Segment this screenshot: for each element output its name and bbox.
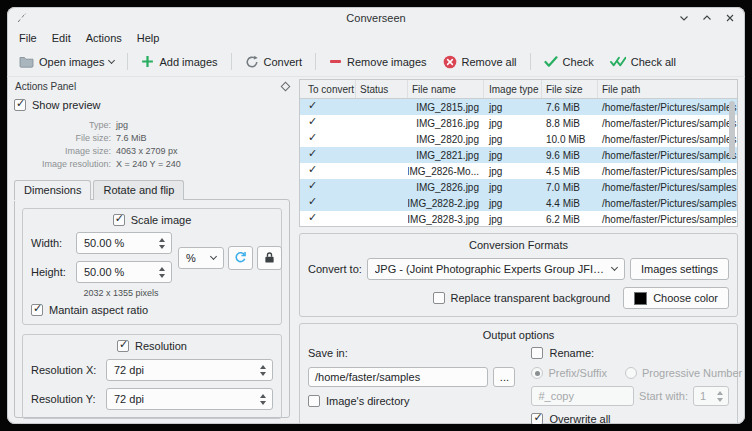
add-images-button[interactable]: Add images [134,52,224,71]
spin-down-icon[interactable] [159,274,165,278]
resolution-x-spinbox[interactable]: 72 dpi [106,359,273,381]
spin-down-icon[interactable] [717,398,723,402]
open-images-button[interactable]: Open images [12,52,121,71]
column-file-size[interactable]: File size [542,80,598,98]
row-image-type-cell: jpg [484,182,542,193]
check-icon[interactable] [308,198,319,209]
format-combobox[interactable]: JPG - (Joint Photographic Experts Group … [367,258,625,280]
column-file-path[interactable]: File path [598,80,737,98]
minimize-button[interactable] [678,12,690,24]
spin-up-icon[interactable] [260,365,266,369]
browse-button[interactable]: ... [493,367,515,387]
rename-checkbox[interactable]: Rename: [531,347,729,359]
replace-transparent-checkbox[interactable]: Replace transparent background [433,292,611,304]
maintain-aspect-ratio-checkbox[interactable]: Mantain aspect ratio [31,304,273,316]
row-file-path-cell: /home/faster/Pictures/samples [598,102,737,113]
start-with-spinbox[interactable]: 1 [693,386,729,406]
progressive-number-radio[interactable]: Progressive Number [625,367,742,379]
show-preview-checkbox[interactable]: Show preview [14,99,290,111]
row-to-convert-cell[interactable] [300,134,356,145]
check-icon[interactable] [308,182,319,193]
column-to-convert[interactable]: To convert [300,80,356,98]
row-to-convert-cell[interactable] [300,118,356,129]
spinner-arrows[interactable] [256,392,269,406]
remove-images-button[interactable]: Remove images [322,52,433,71]
spin-down-icon[interactable] [159,245,165,249]
check-icon[interactable] [308,134,319,145]
spin-up-icon[interactable] [159,238,165,242]
scrollbar-thumb[interactable] [729,101,735,158]
row-file-path-cell: /home/faster/Pictures/samples [598,166,737,177]
dock-float-button[interactable] [281,81,291,91]
checkbox-checked-icon [113,214,125,226]
titlebar[interactable]: Converseen [7,7,745,28]
row-to-convert-cell[interactable] [300,198,356,209]
images-settings-button[interactable]: Images settings [630,258,729,280]
spin-up-icon[interactable] [717,391,723,395]
unit-combobox[interactable]: % [178,247,224,269]
spinner-arrows[interactable] [155,265,168,279]
resolution-y-spinbox[interactable]: 72 dpi [106,388,273,410]
scale-image-checkbox[interactable]: Scale image [113,214,192,226]
choose-color-label: Choose color [653,292,718,304]
checkbox-unchecked-icon [531,347,543,359]
remove-all-button[interactable]: Remove all [436,52,524,72]
table-row[interactable]: IMG_2815.jpgjpg7.6 MiB/home/faster/Pictu… [300,99,737,115]
info-image-size-value: 4063 x 2709 px [116,146,290,156]
table-row[interactable]: IMG_2816.jpgjpg8.8 MiB/home/faster/Pictu… [300,115,737,131]
row-to-convert-cell[interactable] [300,150,356,161]
check-icon[interactable] [308,150,319,161]
table-row[interactable]: IMG_2820.jpgjpg10.0 MiB/home/faster/Pict… [300,131,737,147]
table-row[interactable]: IMG_2828-2.jpgjpg4.4 MiB/home/faster/Pic… [300,195,737,211]
chevron-down-icon [611,264,618,271]
check-icon[interactable] [308,118,319,129]
spinner-arrows[interactable] [256,363,269,377]
images-directory-checkbox[interactable]: Image's directory [308,395,515,407]
menu-help[interactable]: Help [130,31,167,45]
check-all-button[interactable]: Check all [603,53,683,71]
table-row[interactable]: IMG_2826-Mo...jpg4.5 MiB/home/faster/Pic… [300,163,737,179]
table-row[interactable]: IMG_2828-3.jpgjpg6.2 MiB/home/faster/Pic… [300,211,737,227]
column-status[interactable]: Status [356,80,408,98]
menu-file[interactable]: File [12,31,44,45]
width-spinbox[interactable]: 50.00 % [76,232,172,254]
info-file-size-value: 7.6 MiB [116,133,290,143]
main-area: Actions Panel Show preview Type: jpg Fil… [7,77,745,424]
check-icon[interactable] [308,214,319,225]
column-file-name[interactable]: File name [408,80,484,98]
row-to-convert-cell[interactable] [300,166,356,177]
convert-button[interactable]: Convert [238,52,310,72]
prefix-suffix-radio[interactable]: Prefix/Suffix [531,367,607,379]
row-to-convert-cell[interactable] [300,182,356,193]
spinner-arrows[interactable] [713,389,726,403]
row-file-name-cell: IMG_2815.jpg [408,102,484,113]
row-to-convert-cell[interactable] [300,214,356,225]
table-scrollbar[interactable] [728,101,736,224]
rename-pattern-input[interactable]: #_copy [531,386,634,406]
check-button[interactable]: Check [537,53,601,71]
save-in-input[interactable]: /home/faster/samples [308,367,488,387]
row-to-convert-cell[interactable] [300,102,356,113]
spin-down-icon[interactable] [260,401,266,405]
spinner-arrows[interactable] [155,236,168,250]
check-icon[interactable] [308,102,319,113]
refresh-button[interactable] [228,246,253,270]
tab-dimensions[interactable]: Dimensions [14,180,91,200]
table-row[interactable]: IMG_2821.jpgjpg9.6 MiB/home/faster/Pictu… [300,147,737,163]
close-button[interactable] [724,12,736,24]
column-image-type[interactable]: Image type [484,80,542,98]
maximize-button[interactable] [701,12,713,24]
menu-actions[interactable]: Actions [79,31,129,45]
height-spinbox[interactable]: 50.00 % [76,261,172,283]
table-row[interactable]: IMG_2826.jpgjpg7.0 MiB/home/faster/Pictu… [300,179,737,195]
choose-color-button[interactable]: Choose color [623,287,729,309]
lock-aspect-button[interactable] [257,246,282,270]
spin-up-icon[interactable] [260,394,266,398]
overwrite-all-checkbox[interactable]: Overwrite all [531,413,729,424]
spin-down-icon[interactable] [260,372,266,376]
menu-edit[interactable]: Edit [45,31,78,45]
spin-up-icon[interactable] [159,267,165,271]
check-icon[interactable] [308,166,319,177]
tab-rotate-and-flip[interactable]: Rotate and flip [93,180,184,200]
resolution-checkbox[interactable]: Resolution [117,340,187,352]
